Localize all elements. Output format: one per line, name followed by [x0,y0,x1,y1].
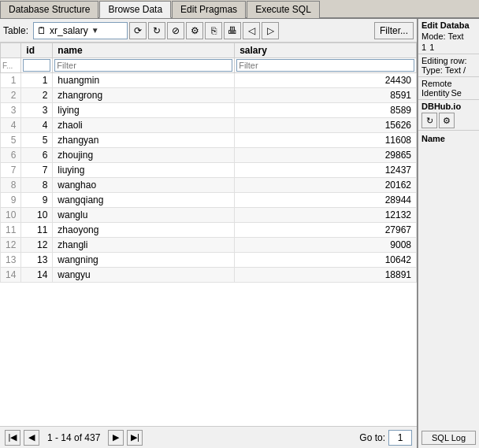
filter-clear-btn[interactable]: ⊘ [167,22,184,39]
right-edit-label: Edit Databa [421,20,476,30]
extra-btn[interactable]: ⚙ [186,22,203,39]
cell-salary: 11608 [235,133,417,148]
col-header-salary[interactable]: salary [235,43,417,58]
tab-edit-pragmas[interactable]: Edit Pragmas [172,1,246,18]
right-refresh-btn[interactable]: ↻ [421,113,437,128]
filter-name[interactable] [53,58,235,73]
table-row[interactable]: 10 10 wanglu 12132 [1,208,417,223]
tab-label: Browse Data [108,4,162,15]
table-name-value: xr_salary [50,25,88,36]
copy-btn[interactable]: ⎘ [205,22,222,39]
page-info: 1 - 14 of 437 [47,432,100,443]
nav-first-btn[interactable]: |◀ [5,430,20,446]
dropdown-arrow-icon: ▼ [91,26,99,35]
cell-name: huangmin [53,73,235,88]
cell-rownum: 13 [1,253,21,268]
col-header-id[interactable]: id [21,43,53,58]
table-selector[interactable]: 🗒 xr_salary ▼ [33,22,128,39]
tab-bar: Database Structure Browse Data Edit Prag… [0,0,479,19]
cell-name: liuying [53,163,235,178]
nav-prev-btn[interactable]: ◀ [24,430,39,446]
cell-name: liying [53,103,235,118]
cell-salary: 20162 [235,178,417,193]
sql-log-button[interactable]: SQL Log [421,431,476,445]
filter-id-input[interactable] [23,59,50,72]
filter-id[interactable] [21,58,53,73]
cell-salary: 12132 [235,208,417,223]
table-row[interactable]: 9 9 wangqiang 28944 [1,193,417,208]
table-row[interactable]: 11 11 zhaoyong 27967 [1,223,417,238]
tab-database-structure[interactable]: Database Structure [0,1,98,18]
cell-name: zhangrong [53,88,235,103]
right-identity-label: Identity [421,88,449,98]
print-btn[interactable]: 🖶 [224,22,241,39]
right-dbhub-section: DBHub.io ↻ ⚙ [418,100,479,131]
cell-id: 5 [21,133,53,148]
tab-browse-data[interactable]: Browse Data [99,1,171,18]
right-se-label: Se [451,88,461,98]
toolbar: Table: 🗒 xr_salary ▼ ⟳ ↻ ⊘ ⚙ ⎘ 🖶 ◁ ▷ Fil… [0,19,417,43]
cell-salary: 27967 [235,223,417,238]
right-type-label: Type: Text / [421,65,476,75]
table-row[interactable]: 13 13 wangning 10642 [1,253,417,268]
cell-id: 13 [21,253,53,268]
table-row[interactable]: 7 7 liuying 12437 [1,163,417,178]
next-btn[interactable]: ▷ [262,22,279,39]
cell-rownum: 3 [1,103,21,118]
table-row[interactable]: 14 14 wangyu 18891 [1,268,417,283]
table-row[interactable]: 5 5 zhangyan 11608 [1,133,417,148]
cell-rownum: 6 [1,148,21,163]
cell-id: 9 [21,193,53,208]
cell-rownum: 12 [1,238,21,253]
table-row[interactable]: 3 3 liying 8589 [1,103,417,118]
table-row[interactable]: 1 1 huangmin 24430 [1,73,417,88]
left-panel: Table: 🗒 xr_salary ▼ ⟳ ↻ ⊘ ⚙ ⎘ 🖶 ◁ ▷ Fil… [0,19,418,448]
nav-last-btn[interactable]: ▶| [127,430,143,446]
cell-id: 11 [21,223,53,238]
col-header-rownum [1,43,21,58]
right-remote-section: Remote Identity Se [418,77,479,100]
table-row[interactable]: 6 6 zhoujing 29865 [1,148,417,163]
filter-salary-input[interactable] [236,59,414,72]
right-mode-num2: 1 [429,43,434,52]
filter-rownum: F... [1,58,21,73]
cell-salary: 29865 [235,148,417,163]
main-content: Table: 🗒 xr_salary ▼ ⟳ ↻ ⊘ ⚙ ⎘ 🖶 ◁ ▷ Fil… [0,19,479,448]
col-header-name[interactable]: name [53,43,235,58]
right-editing-label: Editing row: [421,56,476,65]
cell-rownum: 11 [1,223,21,238]
table-row[interactable]: 2 2 zhangrong 8591 [1,88,417,103]
tab-execute-sql[interactable]: Execute SQL [247,1,320,18]
cell-id: 14 [21,268,53,283]
cell-name: zhaoyong [53,223,235,238]
cell-salary: 28944 [235,193,417,208]
cell-rownum: 5 [1,133,21,148]
cell-rownum: 1 [1,73,21,88]
right-mode-num1: 1 [421,43,426,52]
cell-id: 7 [21,163,53,178]
table-row[interactable]: 4 4 zhaoli 15626 [1,118,417,133]
cell-id: 12 [21,238,53,253]
table-row[interactable]: 8 8 wanghao 20162 [1,178,417,193]
filter-name-input[interactable] [54,59,232,72]
cell-rownum: 8 [1,178,21,193]
table-row[interactable]: 12 12 zhangli 9008 [1,238,417,253]
cell-rownum: 7 [1,163,21,178]
filter-button[interactable]: Filter... [374,22,414,39]
right-edit-section: Edit Databa Mode: Text 1 1 [418,19,479,54]
prev-btn[interactable]: ◁ [243,22,260,39]
table-label: Table: [3,25,28,36]
cell-rownum: 4 [1,118,21,133]
table-icon: 🗒 [37,25,46,36]
reload-btn[interactable]: ↻ [148,22,165,39]
data-table: id name salary F... 1 1 huang [0,43,417,283]
filter-salary[interactable] [235,58,417,73]
cell-id: 8 [21,178,53,193]
bottom-bar: |◀ ◀ 1 - 14 of 437 ▶ ▶| Go to: [0,426,417,448]
cell-id: 4 [21,118,53,133]
right-settings-btn[interactable]: ⚙ [439,113,455,128]
nav-next-btn[interactable]: ▶ [108,430,124,446]
cell-rownum: 14 [1,268,21,283]
goto-input[interactable] [388,430,412,446]
refresh-btn[interactable]: ⟳ [129,22,147,39]
